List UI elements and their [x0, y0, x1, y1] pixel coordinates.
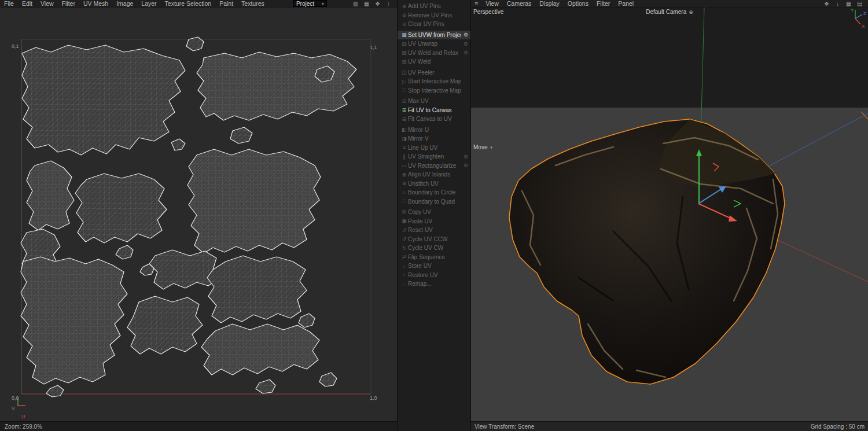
command-group: ⊡Max UV⊞Fit UV to Canvas⊟Fit Canvas to U…	[398, 97, 470, 124]
cmd-uv-rectangularize[interactable]: ▭UV Rectangularize⚙	[398, 161, 470, 171]
cmd-label: Set UVW from Projection	[408, 32, 461, 38]
cmd-label: Reset UV	[408, 227, 461, 233]
gear-icon[interactable]: ⚙	[461, 163, 468, 168]
cmd-label: Paste UV	[408, 218, 461, 224]
cmd-line-up-uv[interactable]: ≡Line Up UV	[398, 143, 470, 153]
cmd-label: Fit UV to Canvas	[408, 107, 461, 113]
cmd-label: Mirror U	[408, 127, 461, 133]
cmd-max-uv[interactable]: ⊡Max UV	[398, 97, 470, 106]
axis-u-label: U	[21, 414, 25, 419]
cmd-add-uv-pins[interactable]: ⊕Add UV Pins	[398, 2, 470, 11]
cmd-flip-sequence[interactable]: ⇄Flip Sequence	[398, 253, 470, 262]
viewport-menu-panel[interactable]: Panel	[614, 0, 638, 8]
menu-textures[interactable]: Textures	[237, 0, 269, 8]
cmd-uv-weld[interactable]: ▥UV Weld	[398, 57, 470, 67]
cmd-copy-uv[interactable]: ⧉Copy UV	[398, 208, 470, 217]
uv-islands-svg	[0, 8, 397, 421]
viewport-menu-cameras[interactable]: Cameras	[503, 0, 536, 8]
menu-filter[interactable]: Filter	[58, 0, 79, 8]
menu-edit[interactable]: Edit	[18, 0, 36, 8]
move-icon: +	[490, 145, 492, 150]
store-uv-icon: ↓	[400, 263, 408, 269]
cmd-boundary-to-quad[interactable]: □Boundary to Quad	[398, 197, 470, 207]
cmd-label: Cycle UV CW	[408, 245, 461, 251]
cmd-label: Cycle UV CCW	[408, 236, 461, 242]
uv-weld-icon: ▥	[400, 59, 408, 65]
command-group: ◧Mirror U◨Mirror V≡Line Up UV∥UV Straigh…	[398, 126, 470, 207]
menu-uv-mesh[interactable]: UV Mesh	[79, 0, 112, 8]
cycle-uv-cw-icon: ↻	[400, 245, 408, 251]
uv-rectangularize-icon: ▭	[400, 163, 408, 168]
cmd-label: Remap...	[408, 281, 461, 287]
command-group: ⧉Copy UV▣Paste UV↺Reset UV↺Cycle UV CCW↻…	[398, 208, 470, 289]
boundary-to-quad-icon: □	[400, 198, 408, 204]
texture-uv-editor-pane: FileEditViewFilterUV MeshImageLayerTextu…	[0, 0, 397, 431]
menu-file[interactable]: File	[0, 0, 18, 8]
cmd-label: Copy UV	[408, 209, 461, 215]
uv-straighten-icon: ∥	[400, 154, 408, 160]
max-uv-icon: ⊡	[400, 98, 408, 104]
viewport-menu-options[interactable]: Options	[564, 0, 593, 8]
cmd-mirror-v[interactable]: ◨Mirror V	[398, 134, 470, 143]
cmd-store-uv[interactable]: ↓Store UV	[398, 261, 470, 271]
cmd-stop-interactive-mapping[interactable]: □Stop Interactive Mapping	[398, 86, 470, 95]
tool-name: Move	[473, 144, 487, 150]
pin-up-icon[interactable]: ↑	[385, 1, 392, 7]
project-dropdown[interactable]: Project ▾	[293, 0, 327, 7]
cmd-restore-uv[interactable]: ↑Restore UV	[398, 271, 470, 280]
hand-icon[interactable]: ❖	[823, 1, 830, 7]
cmd-mirror-u[interactable]: ◧Mirror U	[398, 126, 470, 135]
viewport-view-label[interactable]: Perspective	[473, 9, 503, 15]
grid-icon[interactable]: ▦	[845, 1, 852, 7]
cmd-unstitch-uv[interactable]: ⊗Unstitch UV	[398, 179, 470, 189]
viewport-3d[interactable]: Y Z X	[471, 8, 868, 421]
cmd-boundary-to-circle[interactable]: ○Boundary to Circle	[398, 188, 470, 197]
cmd-label: Store UV	[408, 263, 461, 269]
menu-paint[interactable]: Paint	[215, 0, 237, 8]
cmd-remove-uv-pins[interactable]: ⊖Remove UV Pins	[398, 11, 470, 20]
cmd-label: Flip Sequence	[408, 254, 461, 260]
gear-icon[interactable]: ⚙	[461, 32, 468, 38]
cmd-label: UV Peeler	[408, 69, 461, 76]
cmd-label: UV Straighten	[408, 153, 461, 160]
menu-texture-selection[interactable]: Texture Selection	[161, 0, 216, 8]
cmd-start-interactive-mapping[interactable]: ▷Start Interactive Mapping	[398, 77, 470, 86]
menu-burger-icon[interactable]: ≡	[471, 0, 481, 7]
panel-icon[interactable]: ▤	[856, 1, 863, 7]
uv-corner-00: 0,0	[12, 395, 19, 401]
cmd-reset-uv[interactable]: ↺Reset UV	[398, 226, 470, 235]
cmd-cycle-uv-cw[interactable]: ↻Cycle UV CW	[398, 244, 470, 253]
cmd-fit-canvas-to-uv[interactable]: ⊟Fit Canvas to UV	[398, 115, 470, 124]
clear-uv-pins-icon: ⊘	[400, 21, 408, 27]
uv-corner-01: 0,1	[12, 43, 19, 49]
cmd-align-uv-islands[interactable]: ≣Align UV Islands	[398, 170, 470, 179]
gear-icon[interactable]: ⚙	[461, 154, 468, 160]
histogram-icon[interactable]: ▥	[352, 1, 359, 7]
viewport-camera-label[interactable]: Default Camera ⊕	[646, 9, 693, 15]
cmd-cycle-uv-ccw[interactable]: ↺Cycle UV CCW	[398, 235, 470, 244]
cmd-uv-straighten[interactable]: ∥UV Straighten⚙	[398, 152, 470, 161]
viewport-menu-filter[interactable]: Filter	[593, 0, 614, 8]
add-uv-pins-icon: ⊕	[400, 3, 408, 9]
uv-canvas[interactable]: 0,1 1,1 0,0 1,0 U V	[0, 8, 397, 421]
gear-icon[interactable]: ⚙	[461, 50, 468, 56]
menu-layer[interactable]: Layer	[137, 0, 160, 8]
cmd-set-uvw-from-projection[interactable]: ▦Set UVW from Projection⚙	[398, 31, 470, 40]
gear-icon[interactable]: ⚙	[461, 41, 468, 47]
cmd-clear-uv-pins[interactable]: ⊘Clear UV Pins	[398, 20, 470, 29]
line-up-uv-icon: ≡	[400, 145, 408, 150]
layout-icon[interactable]: ▦	[363, 1, 370, 7]
viewport-menu-display[interactable]: Display	[535, 0, 563, 8]
menu-view[interactable]: View	[36, 0, 58, 8]
reset-uv-icon: ↺	[400, 227, 408, 233]
hand-icon[interactable]: ❖	[374, 1, 381, 7]
cmd-uv-unwrap[interactable]: ▤UV Unwrap⚙	[398, 39, 470, 49]
cmd-uv-weld-and-relax[interactable]: ▧UV Weld and Relax⚙	[398, 49, 470, 58]
cmd-uv-peeler[interactable]: ◫UV Peeler	[398, 68, 470, 78]
cmd-paste-uv[interactable]: ▣Paste UV	[398, 217, 470, 226]
menu-image[interactable]: Image	[112, 0, 137, 8]
cmd-remap[interactable]: →Remap...	[398, 279, 470, 289]
viewport-menu-view[interactable]: View	[481, 0, 503, 8]
cmd-fit-uv-to-canvas[interactable]: ⊞Fit UV to Canvas	[398, 106, 470, 115]
arrow-down-icon[interactable]: ↓	[834, 1, 841, 7]
